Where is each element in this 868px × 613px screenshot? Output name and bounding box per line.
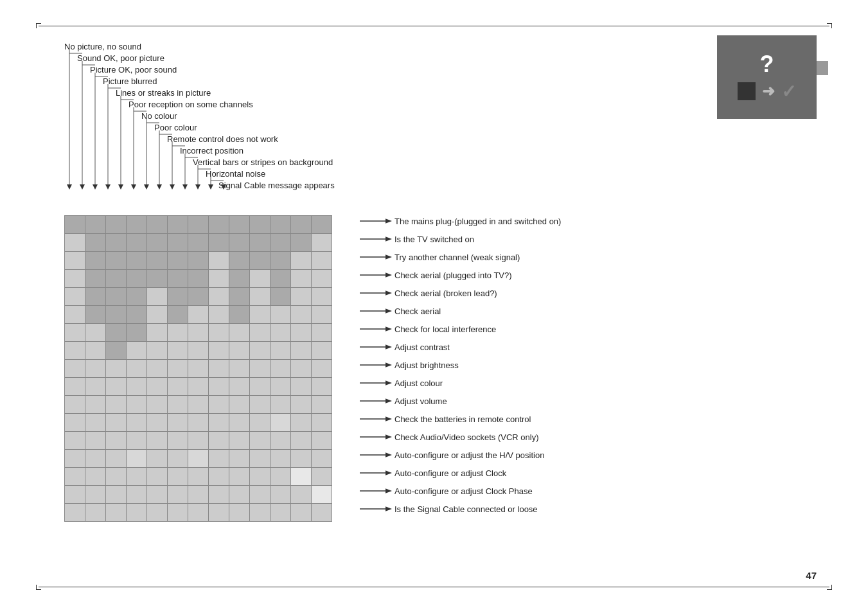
solution-row-1: Is the TV switched on: [360, 230, 561, 248]
solution-row-3: Check aerial (plugged into TV?): [360, 266, 561, 284]
svg-marker-32: [131, 184, 136, 190]
solution-arrow-9: [360, 378, 392, 387]
solution-text-0: The mains plug-(plugged in and switched …: [394, 217, 561, 226]
solution-row-5: Check aerial: [360, 302, 561, 320]
svg-marker-73: [385, 506, 392, 511]
solution-text-1: Is the TV switched on: [394, 235, 474, 244]
svg-marker-31: [118, 184, 123, 190]
solution-row-13: Auto-configure or adjust the H/V positio…: [360, 446, 561, 464]
solution-row-7: Adjust contrast: [360, 338, 561, 356]
solution-row-12: Check Audio/Video sockets (VCR only): [360, 428, 561, 446]
svg-marker-61: [385, 398, 392, 403]
solution-text-7: Adjust contrast: [394, 342, 450, 352]
svg-marker-30: [105, 184, 111, 190]
solution-row-16: Is the Signal Cable connected or loose: [360, 500, 561, 518]
solution-text-5: Check aerial: [394, 306, 441, 316]
svg-marker-39: [221, 184, 226, 190]
svg-marker-53: [385, 326, 392, 331]
solution-row-9: Adjust colour: [360, 374, 561, 392]
solution-arrow-14: [360, 468, 392, 477]
solution-text-15: Auto-configure or adjust Clock Phase: [394, 486, 533, 496]
solution-arrow-11: [360, 414, 392, 423]
svg-marker-41: [385, 218, 392, 223]
solution-row-0: The mains plug-(plugged in and switched …: [360, 212, 561, 230]
solution-arrow-6: [360, 324, 392, 333]
solution-arrow-12: [360, 432, 392, 441]
svg-marker-55: [385, 344, 392, 349]
solution-text-16: Is the Signal Cable connected or loose: [394, 504, 538, 514]
solution-row-15: Auto-configure or adjust Clock Phase: [360, 482, 561, 500]
svg-marker-59: [385, 380, 392, 385]
svg-marker-49: [385, 290, 392, 295]
solution-text-3: Check aerial (plugged into TV?): [394, 271, 512, 280]
svg-marker-45: [385, 254, 392, 259]
svg-marker-57: [385, 362, 392, 367]
solution-text-13: Auto-configure or adjust the H/V positio…: [394, 450, 544, 460]
solution-text-8: Adjust brightness: [394, 360, 459, 370]
solution-text-9: Adjust colour: [394, 378, 443, 388]
arrow-icon: ➜: [762, 82, 775, 100]
corner-tl: [36, 23, 41, 28]
symptom-grid: [64, 215, 332, 522]
solutions-section: The mains plug-(plugged in and switched …: [360, 212, 561, 518]
page-border-bottom: [39, 587, 829, 587]
solution-arrow-2: [360, 253, 392, 262]
tree-section: No picture, no sound Sound OK, poor pict…: [64, 42, 398, 222]
solution-row-2: Try another channel (weak signal): [360, 248, 561, 266]
svg-marker-71: [385, 488, 392, 493]
svg-marker-47: [385, 272, 392, 277]
svg-marker-67: [385, 452, 392, 457]
corner-bl: [36, 585, 41, 590]
checkmark-icon: ✓: [781, 81, 796, 102]
svg-marker-69: [385, 470, 392, 475]
svg-marker-36: [182, 184, 188, 190]
solution-text-14: Auto-configure or adjust Clock: [394, 468, 506, 478]
solution-row-14: Auto-configure or adjust Clock: [360, 464, 561, 482]
solution-arrow-1: [360, 235, 392, 244]
solution-arrow-10: [360, 396, 392, 405]
corner-tr: [827, 23, 832, 28]
help-icon-box: ? ➜ ✓: [717, 35, 817, 119]
solution-row-11: Check the batteries in remote control: [360, 410, 561, 428]
svg-marker-38: [208, 184, 213, 190]
solution-arrow-13: [360, 450, 392, 459]
question-mark-icon: ?: [760, 53, 774, 76]
svg-marker-37: [195, 184, 200, 190]
solution-arrow-5: [360, 306, 392, 315]
solution-arrow-4: [360, 289, 392, 298]
solution-arrow-15: [360, 486, 392, 495]
solution-text-12: Check Audio/Video sockets (VCR only): [394, 432, 538, 442]
corner-br: [827, 585, 832, 590]
svg-marker-33: [144, 184, 149, 190]
page-border-top: [39, 26, 829, 26]
solution-text-10: Adjust volume: [394, 396, 447, 406]
svg-marker-29: [93, 184, 98, 190]
page-number: 47: [806, 570, 817, 581]
svg-marker-43: [385, 236, 392, 241]
solution-arrow-8: [360, 360, 392, 369]
svg-marker-51: [385, 308, 392, 313]
solution-text-11: Check the batteries in remote control: [394, 414, 531, 424]
svg-marker-34: [157, 184, 162, 190]
solution-row-8: Adjust brightness: [360, 356, 561, 374]
solution-row-6: Check for local interference: [360, 320, 561, 338]
solution-text-4: Check aerial (broken lead?): [394, 289, 497, 298]
svg-marker-63: [385, 416, 392, 421]
svg-marker-35: [170, 184, 175, 190]
solution-text-2: Try another channel (weak signal): [394, 253, 520, 262]
source-icon: [738, 82, 756, 100]
solution-text-6: Check for local interference: [394, 324, 496, 334]
solution-arrow-0: [360, 217, 392, 226]
solution-arrow-16: [360, 504, 392, 513]
svg-marker-65: [385, 434, 392, 439]
solution-arrow-7: [360, 342, 392, 351]
tree-lines-svg: [67, 49, 388, 204]
solution-row-10: Adjust volume: [360, 392, 561, 410]
solution-row-4: Check aerial (broken lead?): [360, 284, 561, 302]
solution-arrow-3: [360, 271, 392, 280]
